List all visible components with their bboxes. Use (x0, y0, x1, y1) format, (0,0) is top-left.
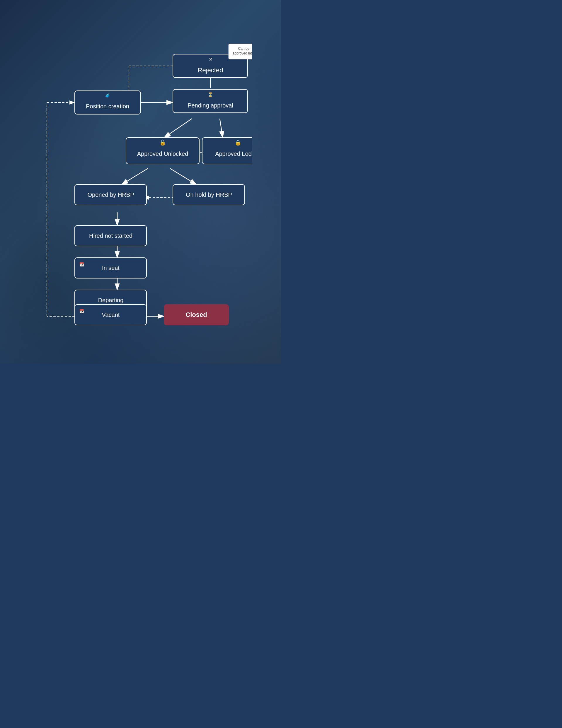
unlock-icon: 🔓 (159, 139, 166, 146)
calendar-icon-inseat: 📅 (79, 262, 84, 267)
position-creation-label: Position creation (86, 103, 129, 110)
lock-icon: 🔒 (235, 139, 241, 146)
opened-by-hrbp-label: Opened by HRBP (87, 192, 134, 198)
arrow-unlocked-to-onhold (170, 168, 196, 184)
arrow-unlocked-to-opened (122, 168, 148, 184)
tooltip-line1: Can be (238, 47, 249, 51)
vacant-label: Vacant (102, 312, 119, 318)
diagram-container: 🧳 Position creation ✕ Rejected Can be ap… (0, 0, 281, 363)
arrow-pending-to-unlocked (164, 119, 192, 138)
approved-locked-label: Approved Locked (215, 151, 252, 157)
approved-unlocked-label: Approved Unlocked (137, 151, 188, 157)
tooltip-line2: approved later (232, 51, 252, 55)
departing-label: Departing (98, 297, 123, 303)
on-hold-by-hrbp-label: On hold by HRBP (186, 192, 232, 198)
x-icon: ✕ (208, 57, 212, 62)
closed-label: Closed (185, 311, 207, 318)
hired-not-started-label: Hired not started (89, 233, 132, 239)
arrow-pending-to-locked (220, 119, 223, 138)
in-seat-label: In seat (102, 265, 119, 271)
hourglass-icon: ⏳ (207, 92, 213, 97)
rejected-label: Rejected (197, 66, 223, 74)
calendar-icon-vacant: 📅 (79, 309, 84, 314)
pending-approval-label: Pending approval (187, 102, 233, 109)
workflow-diagram: 🧳 Position creation ✕ Rejected Can be ap… (29, 12, 252, 351)
briefcase-icon: 🧳 (105, 93, 110, 98)
